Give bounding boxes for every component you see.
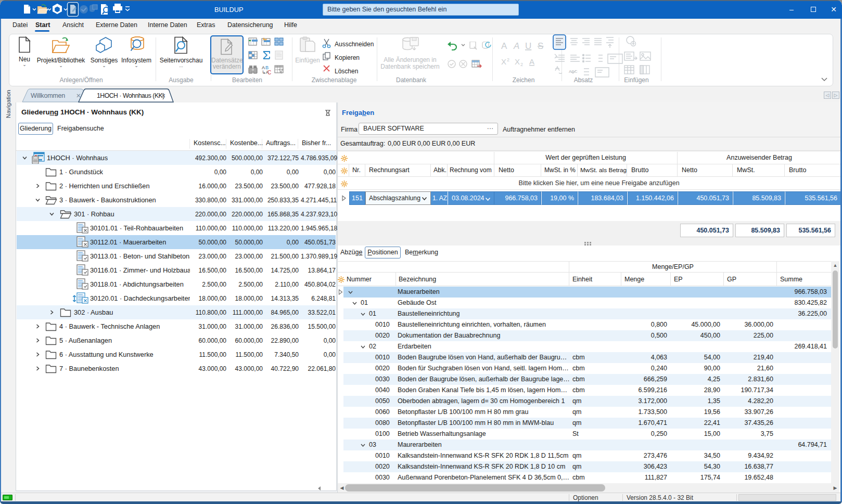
svg-text:S: S [538, 41, 543, 51]
svg-text:X: X [515, 57, 520, 66]
svg-text:U: U [525, 41, 531, 51]
svg-text:C: C [267, 70, 271, 75]
svg-text:2: 2 [520, 62, 523, 67]
svg-text:A: A [513, 41, 519, 51]
svg-text:X: X [501, 57, 506, 66]
svg-text:A: A [501, 41, 507, 51]
svg-text:ABC: ABC [569, 69, 578, 74]
svg-text:2: 2 [507, 57, 509, 62]
svg-text:A: A [529, 57, 534, 66]
